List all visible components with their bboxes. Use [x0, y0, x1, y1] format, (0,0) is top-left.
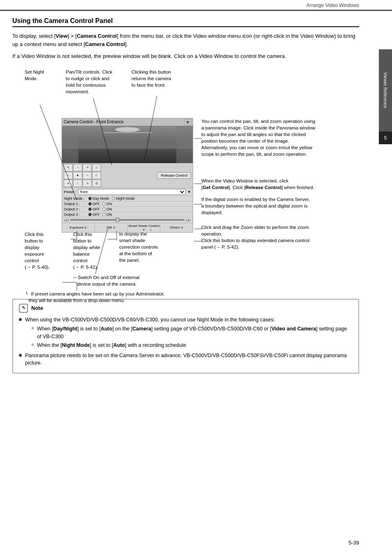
intro-paragraph-2: If a Video Window is not selected, the p…	[12, 52, 359, 60]
output3-options: OFF ON	[88, 212, 112, 217]
callout-switch-output: ─ Switch On and Off of external device o…	[73, 274, 172, 287]
release-control-area: Release Control	[157, 171, 191, 180]
output3-row: Output 3 : OFF ON	[62, 212, 193, 217]
sub-bullet-1-2: When the [Night Mode] is set to [Auto] w…	[32, 342, 353, 349]
zoom-bar: ◁◁ ▷▷	[62, 217, 193, 223]
preset-label: Preset :	[64, 190, 76, 194]
smart-shade-btn[interactable]: Smart Shade Control ∨	[128, 223, 161, 232]
output3-label: Output 3 :	[64, 212, 88, 217]
ptz-btn-right[interactable]: →	[83, 172, 92, 179]
intro-paragraph-1: To display, select [View] > [Camera Cont…	[12, 32, 359, 48]
note-section: ✎ Note When using the VB-C500VD/VB-C500D…	[12, 299, 359, 374]
callout-zoom-slider: Click and drag the Zoom slider to perfor…	[201, 224, 374, 237]
output1-row: Output 1 : OFF ON	[62, 201, 193, 206]
wb-btn[interactable]: WB ∨	[95, 223, 128, 232]
output2-row: Output 2 : OFF ON	[62, 206, 193, 212]
night-mode-options: Day Mode Night Mode	[88, 196, 135, 201]
ptz-btn-tr[interactable]: ↗	[83, 164, 92, 171]
panel-close-btn[interactable]: ⊠	[184, 119, 191, 125]
sub-dot-1-1	[32, 327, 34, 329]
ptz-btn-extra[interactable]: ◎	[92, 180, 101, 187]
note-bullet-1: When using the VB-C500VD/VB-C500D/VB-C60…	[19, 316, 353, 350]
ptz-btn-home[interactable]: ⌂	[92, 164, 101, 171]
section-title: Using the Camera Control Panel	[12, 17, 359, 27]
ptz-grid: ↖ ↑ ↗ ⌂ ← ● → ☾ ↙ ↓ ↘ ◎	[64, 164, 101, 187]
ptz-btn-center[interactable]: ●	[73, 172, 82, 179]
release-control-btn[interactable]: Release Control	[157, 172, 191, 179]
panel-titlebar: Camera Control - Front Entrance ⊠	[62, 118, 193, 126]
exposure-btn[interactable]: Exposure ∨	[62, 223, 95, 232]
ptz-btn-br[interactable]: ↘	[83, 180, 92, 187]
night-mode-option[interactable]: Night Mode	[112, 196, 135, 201]
page-container: Arrange Video Windows Viewer Reference 5…	[0, 0, 392, 554]
bullet-dot-2	[19, 354, 22, 357]
note-bullet-1-text: When using the VB-C500VD/VB-C500D/VB-C60…	[25, 316, 353, 350]
ptz-btn-tl[interactable]: ↖	[64, 164, 73, 171]
output1-off[interactable]: OFF	[88, 202, 100, 206]
ptz-area: ↖ ↑ ↗ ⌂ ← ● → ☾ ↙ ↓ ↘ ◎ Release Co	[62, 163, 193, 188]
note-title: ✎ Note	[19, 304, 353, 313]
ptz-btn-down[interactable]: ↓	[73, 180, 82, 187]
callout-panorama: You can control the pan, tilt, and zoom …	[201, 118, 366, 158]
output3-on[interactable]: ON	[102, 212, 112, 217]
side-number: 5	[379, 132, 392, 144]
others-btn[interactable]: Others ∨	[160, 223, 193, 232]
panel-video-preview	[62, 126, 193, 163]
sub-dot-1-2	[32, 344, 34, 346]
output2-options: OFF ON	[88, 207, 112, 211]
output2-on[interactable]: ON	[102, 207, 112, 211]
zoom-track[interactable]	[70, 219, 184, 221]
callout-get-control: When the Video Window is selected, click…	[201, 178, 374, 191]
callout-preset-info: └ If preset camera angles have been set …	[25, 291, 197, 304]
callout-pan-tilt: Pan/Tilt controls. Clickto nudge or clic…	[66, 69, 112, 95]
side-tab-text: Viewer Reference	[383, 72, 388, 108]
note-icon: ✎	[19, 304, 28, 313]
page-header: Arrange Video Windows	[0, 0, 392, 11]
bullet-dot-1	[19, 318, 22, 321]
page-number: 5-39	[348, 540, 359, 546]
side-tab: Viewer Reference	[379, 49, 392, 132]
preset-row: Preset : front ▼	[62, 188, 193, 196]
ptz-btn-bl[interactable]: ↙	[64, 180, 73, 187]
output3-off[interactable]: OFF	[88, 212, 100, 217]
zoom-label-right: ▷▷	[186, 218, 191, 222]
output2-label: Output 2 :	[64, 207, 88, 211]
preset-select[interactable]: front	[78, 189, 186, 195]
output1-label: Output 1 :	[64, 202, 88, 206]
zoom-label: ◁◁	[64, 218, 69, 222]
main-content: Using the Camera Control Panel To displa…	[0, 11, 392, 382]
bottom-buttons: Exposure ∨ WB ∨ Smart Shade Control ∨ Ot…	[62, 223, 193, 232]
output1-on[interactable]: ON	[102, 202, 112, 206]
day-mode-option[interactable]: Day Mode	[88, 196, 109, 201]
panel-title: Camera Control - Front Entrance	[64, 120, 124, 124]
note-bullet-2-text: Panorama picture needs to be set on the …	[25, 352, 353, 367]
callout-set-night: Set NightMode.	[25, 69, 44, 82]
output1-options: OFF ON	[88, 202, 112, 206]
callout-clicking-btn: Clicking this buttonreturns the camerato…	[131, 69, 171, 88]
night-mode-row: Night Mode : Day Mode Night Mode	[62, 196, 193, 201]
diagram-area: Set NightMode. Pan/Tilt controls. Clickt…	[12, 69, 359, 291]
callout-exposure: Click thisbutton todisplayexposurecontro…	[25, 231, 68, 271]
header-title: Arrange Video Windows	[306, 2, 359, 8]
ptz-btn-left[interactable]: ←	[64, 172, 73, 179]
zoom-thumb[interactable]	[116, 218, 119, 222]
preset-dropdown-icon[interactable]: ▼	[187, 190, 191, 194]
callout-others-btn: Click this button to display extended ca…	[201, 237, 374, 250]
sub-bullet-1-1: When [Day/Night] is set to [Auto] on the…	[32, 325, 353, 341]
camera-control-panel: Camera Control - Front Entrance ⊠	[62, 118, 193, 233]
callout-digital-zoom: If the digital zoom is enabled by the Ca…	[201, 196, 374, 216]
output2-off[interactable]: OFF	[88, 207, 100, 211]
ptz-btn-up[interactable]: ↑	[73, 164, 82, 171]
note-label: Note	[31, 304, 43, 312]
night-mode-label: Night Mode :	[64, 196, 88, 201]
note-bullet-2: Panorama picture needs to be set on the …	[19, 352, 353, 367]
ptz-btn-night[interactable]: ☾	[92, 172, 101, 179]
callout-wb: Click thisbutton todisplay whitebalancec…	[73, 231, 118, 271]
